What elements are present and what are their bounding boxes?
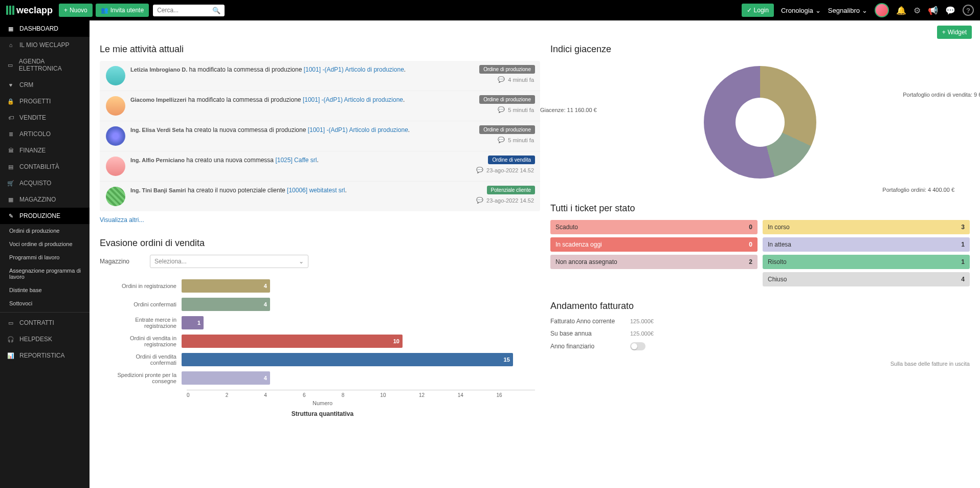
- chevron-down-icon: ⌄: [862, 7, 867, 14]
- search-input[interactable]: [157, 7, 212, 14]
- sidebar-label: CONTRATTI: [19, 319, 54, 326]
- help-icon[interactable]: ?: [963, 5, 974, 16]
- sidebar-sub-item[interactable]: Ordini di produzione: [0, 224, 90, 237]
- activity-item[interactable]: Ing. Tini Banji Samiri ha creato il nuov…: [100, 182, 540, 211]
- ticket-grid: Scaduto0In scadenza oggi0Non ancora asse…: [550, 220, 970, 286]
- select-placeholder: Seleziona...: [154, 258, 187, 265]
- fatt-label: Su base annua: [550, 330, 622, 337]
- sidebar-item-acquisto[interactable]: 🛒ACQUISTO: [0, 175, 90, 191]
- ticket-row[interactable]: Scaduto0: [550, 220, 758, 234]
- users-icon: 👥: [101, 7, 108, 14]
- sidebar-item-contratti[interactable]: ▭CONTRATTI: [0, 315, 90, 331]
- ticket-label: In corso: [768, 224, 790, 231]
- sidebar-icon: ▭: [7, 62, 14, 69]
- bar-label: Ordini in registrazione: [110, 283, 182, 289]
- sidebar: ▦DASHBOARD⌂IL MIO WECLAPP▭AGENDA ELETTRO…: [0, 20, 90, 488]
- sidebar-icon: ⌂: [7, 42, 14, 48]
- ticket-row[interactable]: Chiuso4: [763, 272, 970, 286]
- sidebar-label: REPORTISTICA: [19, 352, 64, 359]
- sidebar-label: FINANZE: [19, 147, 46, 154]
- sidebar-item-produzione[interactable]: ✎PRODUZIONE: [0, 208, 90, 224]
- sidebar-label: IL MIO WECLAPP: [19, 41, 70, 49]
- sidebar-item-finanze[interactable]: 🏛FINANZE: [0, 142, 90, 159]
- sidebar-label: MAGAZZINO: [19, 196, 56, 203]
- logo[interactable]: weclapp: [6, 5, 53, 16]
- activity-badge: Ordine di produzione: [479, 125, 535, 134]
- sidebar-item-articolo[interactable]: ≣ARTICOLO: [0, 126, 90, 142]
- topbar: weclapp +Nuovo 👥Invita utente 🔍 ✓Login C…: [0, 0, 980, 20]
- axis-tick: 6: [303, 392, 342, 398]
- login-button[interactable]: ✓Login: [742, 4, 774, 17]
- ticket-label: Risolto: [768, 258, 787, 265]
- bar-fill: 4: [182, 279, 270, 293]
- ticket-row[interactable]: In corso3: [763, 220, 970, 234]
- sidebar-item-agenda-elettronica[interactable]: ▭AGENDA ELETTRONICA: [0, 53, 90, 77]
- ticket-row[interactable]: Risolto1: [763, 255, 970, 269]
- activity-link[interactable]: [1001] -(AdP1) Articolo di produzione: [303, 96, 403, 103]
- activity-item[interactable]: Letizia Imbrogiano D. ha modificato la c…: [100, 61, 540, 91]
- ticket-value: 0: [749, 224, 752, 231]
- sidebar-item-dashboard[interactable]: ▦DASHBOARD: [0, 20, 90, 37]
- sidebar-item-reportistica[interactable]: 📊REPORTISTICA: [0, 347, 90, 364]
- sidebar-icon: 🏛: [7, 147, 14, 153]
- activities-title: Le mie attività attuali: [100, 44, 540, 55]
- activity-link[interactable]: [10006] webitatest srl: [287, 187, 345, 194]
- ticket-row[interactable]: In attesa1: [763, 237, 970, 252]
- bookmark-menu[interactable]: Segnalibro ⌄: [828, 7, 867, 14]
- activity-avatar: [106, 66, 125, 85]
- ticket-row[interactable]: Non ancora assegnato2: [550, 255, 758, 269]
- megaphone-icon[interactable]: 📢: [928, 6, 938, 15]
- activity-badge: Ordine di vendita: [488, 156, 535, 164]
- activity-link[interactable]: [1001] -(AdP1) Articolo di produzione: [304, 66, 404, 73]
- sidebar-item-vendite[interactable]: 🏷VENDITE: [0, 109, 90, 126]
- user-avatar[interactable]: [875, 3, 889, 17]
- ticket-row[interactable]: In scadenza oggi0: [550, 237, 758, 252]
- search-box[interactable]: 🔍: [153, 5, 225, 16]
- toggle-label: Anno finanziario: [550, 343, 622, 350]
- activity-item[interactable]: Ing. Elisa Verdi Seta ha creato la nuova…: [100, 121, 540, 151]
- fatturato-row: Fatturato Anno corrente125.000€: [550, 318, 970, 325]
- activity-avatar: [106, 96, 125, 116]
- magazzino-select[interactable]: Seleziona... ⌄: [150, 255, 308, 268]
- sidebar-item-contabilità[interactable]: ▤CONTABILITÀ: [0, 159, 90, 175]
- anno-finanziario-toggle[interactable]: [630, 342, 645, 350]
- new-button[interactable]: +Nuovo: [59, 4, 93, 17]
- sidebar-item-progetti[interactable]: 🔒PROGETTI: [0, 93, 90, 109]
- sidebar-item-magazzino[interactable]: ▦MAGAZZINO: [0, 191, 90, 208]
- invite-button[interactable]: 👥Invita utente: [96, 4, 149, 17]
- activity-badge: Ordine di produzione: [479, 65, 535, 74]
- activity-item[interactable]: Giacomo Impellizzeri ha modificato la co…: [100, 91, 540, 121]
- activity-avatar: [106, 126, 125, 146]
- sidebar-sub-item[interactable]: Voci ordine di produzione: [0, 237, 90, 251]
- history-menu[interactable]: Cronologia ⌄: [781, 7, 821, 14]
- sidebar-sub-item[interactable]: Assegnazione programma di lavoro: [0, 264, 90, 283]
- chevron-down-icon: ⌄: [815, 7, 821, 14]
- add-widget-button[interactable]: +Widget: [937, 26, 972, 39]
- axis-tick: 0: [187, 392, 226, 398]
- bar-row: Ordini in registrazione 4: [110, 279, 535, 293]
- sidebar-item-crm[interactable]: ♥CRM: [0, 77, 90, 93]
- bell-icon[interactable]: 🔔: [896, 6, 906, 15]
- activity-item[interactable]: Ing. Alfio Perniciano ha creato una nuov…: [100, 151, 540, 182]
- bar-row: Entrate merce in registrazione 1: [110, 316, 535, 329]
- sidebar-sub-item[interactable]: Distinte base: [0, 283, 90, 297]
- activity-link[interactable]: [1001] -(AdP1) Articolo di produzione: [308, 126, 408, 134]
- donut-chart: Giacenze: 11 160.00 € Portafoglio ordini…: [550, 61, 970, 189]
- sidebar-item-il-mio-weclapp[interactable]: ⌂IL MIO WECLAPP: [0, 37, 90, 53]
- sidebar-item-helpdesk[interactable]: 🎧HELPDESK: [0, 331, 90, 347]
- view-more-link[interactable]: Visualizza altri...: [100, 216, 540, 224]
- axis-tick: 4: [264, 392, 303, 398]
- activity-link[interactable]: [1025] Caffe srl: [275, 157, 317, 164]
- sidebar-sub-item[interactable]: Programmi di lavoro: [0, 251, 90, 264]
- sidebar-sub-item[interactable]: Sottovoci: [0, 297, 90, 310]
- sidebar-label: PROGETTI: [19, 98, 51, 105]
- chat-icon[interactable]: 💬: [945, 6, 955, 15]
- ticket-value: 4: [961, 276, 965, 283]
- fatt-value: 125.000€: [630, 318, 654, 324]
- gear-icon[interactable]: ⚙: [914, 6, 921, 15]
- axis-tick: 16: [496, 392, 535, 398]
- chart-subtitle: Struttura quantitativa: [110, 410, 535, 417]
- bar-fill: 4: [182, 371, 270, 385]
- sidebar-label: HELPDESK: [19, 336, 52, 343]
- bar-label: Ordini confermati: [110, 301, 182, 307]
